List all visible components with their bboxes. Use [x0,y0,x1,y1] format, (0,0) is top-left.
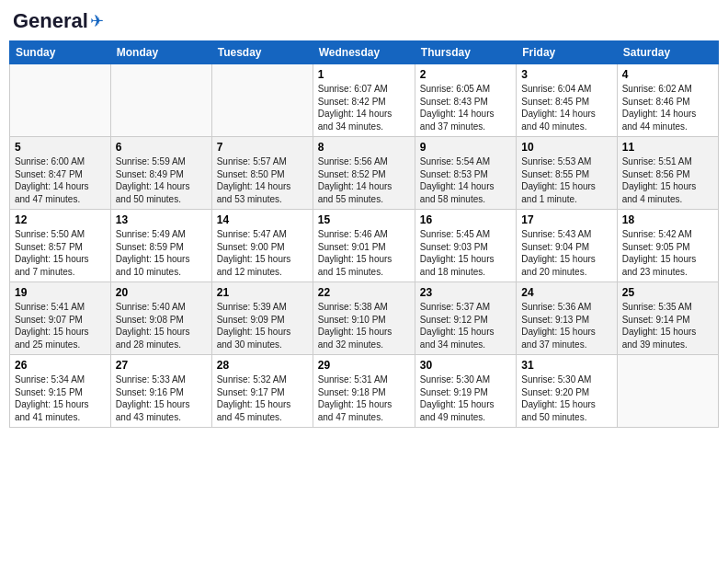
calendar-week-1: 1Sunrise: 6:07 AMSunset: 8:42 PMDaylight… [10,64,719,137]
calendar-cell: 25Sunrise: 5:35 AMSunset: 9:14 PMDayligh… [617,282,718,355]
day-info: Sunrise: 5:30 AMSunset: 9:19 PMDaylight:… [420,373,511,423]
calendar-cell [617,355,718,428]
day-info: Sunrise: 6:04 AMSunset: 8:45 PMDaylight:… [521,83,611,132]
calendar-cell [110,64,211,137]
day-number: 26 [15,359,106,372]
day-number: 13 [116,213,207,226]
calendar-cell: 17Sunrise: 5:43 AMSunset: 9:04 PMDayligh… [517,210,617,282]
day-number: 6 [116,141,207,154]
day-info: Sunrise: 5:34 AMSunset: 9:15 PMDaylight:… [15,373,106,423]
calendar-week-2: 5Sunrise: 6:00 AMSunset: 8:47 PMDaylight… [10,137,719,210]
day-info: Sunrise: 5:56 AMSunset: 8:52 PMDaylight:… [318,155,410,205]
day-number: 21 [217,286,308,299]
day-number: 8 [318,141,410,154]
day-number: 5 [15,141,106,154]
day-number: 17 [521,213,611,226]
calendar-cell: 23Sunrise: 5:37 AMSunset: 9:12 PMDayligh… [415,282,516,355]
calendar-cell: 24Sunrise: 5:36 AMSunset: 9:13 PMDayligh… [517,282,617,355]
day-info: Sunrise: 5:33 AMSunset: 9:16 PMDaylight:… [116,373,207,423]
day-number: 18 [622,213,713,226]
calendar-cell: 27Sunrise: 5:33 AMSunset: 9:16 PMDayligh… [110,355,211,428]
calendar-cell: 16Sunrise: 5:45 AMSunset: 9:03 PMDayligh… [415,210,516,282]
day-info: Sunrise: 6:07 AMSunset: 8:42 PMDaylight:… [318,83,410,132]
calendar-cell: 26Sunrise: 5:34 AMSunset: 9:15 PMDayligh… [10,355,111,428]
calendar-week-3: 12Sunrise: 5:50 AMSunset: 8:57 PMDayligh… [10,210,719,282]
day-info: Sunrise: 5:43 AMSunset: 9:04 PMDaylight:… [521,228,611,278]
day-number: 23 [420,286,511,299]
day-info: Sunrise: 5:57 AMSunset: 8:50 PMDaylight:… [217,155,308,205]
calendar-week-4: 19Sunrise: 5:41 AMSunset: 9:07 PMDayligh… [10,282,719,355]
day-number: 29 [318,359,410,372]
day-info: Sunrise: 5:49 AMSunset: 8:59 PMDaylight:… [116,228,207,278]
calendar-cell: 6Sunrise: 5:59 AMSunset: 8:49 PMDaylight… [110,137,211,210]
day-number: 9 [420,141,511,154]
calendar-cell: 8Sunrise: 5:56 AMSunset: 8:52 PMDaylight… [313,137,415,210]
calendar-week-5: 26Sunrise: 5:34 AMSunset: 9:15 PMDayligh… [10,355,719,428]
calendar-cell: 14Sunrise: 5:47 AMSunset: 9:00 PMDayligh… [211,210,313,282]
calendar-cell: 20Sunrise: 5:40 AMSunset: 9:08 PMDayligh… [110,282,211,355]
calendar-cell: 11Sunrise: 5:51 AMSunset: 8:56 PMDayligh… [617,137,718,210]
calendar-cell: 30Sunrise: 5:30 AMSunset: 9:19 PMDayligh… [415,355,516,428]
day-info: Sunrise: 5:41 AMSunset: 9:07 PMDaylight:… [15,301,106,350]
logo-general: General [13,9,88,33]
day-number: 14 [217,213,308,226]
calendar-cell: 3Sunrise: 6:04 AMSunset: 8:45 PMDaylight… [517,64,617,137]
calendar-cell: 12Sunrise: 5:50 AMSunset: 8:57 PMDayligh… [10,210,111,282]
day-number: 11 [622,141,713,154]
calendar-cell: 9Sunrise: 5:54 AMSunset: 8:53 PMDaylight… [415,137,516,210]
day-info: Sunrise: 5:36 AMSunset: 9:13 PMDaylight:… [521,301,611,350]
calendar-cell: 2Sunrise: 6:05 AMSunset: 8:43 PMDaylight… [415,64,516,137]
day-info: Sunrise: 5:37 AMSunset: 9:12 PMDaylight:… [420,301,511,350]
day-info: Sunrise: 5:54 AMSunset: 8:53 PMDaylight:… [420,155,511,205]
logo: General ✈ [13,9,104,33]
day-info: Sunrise: 5:50 AMSunset: 8:57 PMDaylight:… [15,228,106,278]
weekday-header-wednesday: Wednesday [313,41,415,64]
day-number: 27 [116,359,207,372]
day-info: Sunrise: 5:59 AMSunset: 8:49 PMDaylight:… [116,155,207,205]
day-number: 3 [521,68,611,81]
weekday-header-tuesday: Tuesday [211,41,313,64]
day-info: Sunrise: 5:51 AMSunset: 8:56 PMDaylight:… [622,155,713,205]
day-info: Sunrise: 6:00 AMSunset: 8:47 PMDaylight:… [15,155,106,205]
day-number: 15 [318,213,410,226]
weekday-header-saturday: Saturday [617,41,718,64]
page-header: General ✈ [9,9,719,33]
day-info: Sunrise: 5:42 AMSunset: 9:05 PMDaylight:… [622,228,713,278]
day-number: 16 [420,213,511,226]
day-number: 31 [521,359,611,372]
day-number: 4 [622,68,713,81]
day-info: Sunrise: 5:32 AMSunset: 9:17 PMDaylight:… [217,373,308,423]
calendar-cell: 1Sunrise: 6:07 AMSunset: 8:42 PMDaylight… [313,64,415,137]
calendar-cell: 29Sunrise: 5:31 AMSunset: 9:18 PMDayligh… [313,355,415,428]
day-number: 20 [116,286,207,299]
calendar-cell [211,64,313,137]
day-number: 12 [15,213,106,226]
weekday-header-row: SundayMondayTuesdayWednesdayThursdayFrid… [10,41,719,64]
day-info: Sunrise: 6:02 AMSunset: 8:46 PMDaylight:… [622,83,713,132]
calendar-cell [10,64,111,137]
day-info: Sunrise: 5:40 AMSunset: 9:08 PMDaylight:… [116,301,207,350]
day-info: Sunrise: 5:47 AMSunset: 9:00 PMDaylight:… [217,228,308,278]
day-number: 22 [318,286,410,299]
day-info: Sunrise: 5:30 AMSunset: 9:20 PMDaylight:… [521,373,611,423]
weekday-header-thursday: Thursday [415,41,516,64]
day-number: 7 [217,141,308,154]
day-info: Sunrise: 5:35 AMSunset: 9:14 PMDaylight:… [622,301,713,350]
day-info: Sunrise: 6:05 AMSunset: 8:43 PMDaylight:… [420,83,511,132]
weekday-header-sunday: Sunday [10,41,111,64]
weekday-header-friday: Friday [517,41,617,64]
day-number: 30 [420,359,511,372]
calendar-cell: 31Sunrise: 5:30 AMSunset: 9:20 PMDayligh… [517,355,617,428]
day-info: Sunrise: 5:53 AMSunset: 8:55 PMDaylight:… [521,155,611,205]
calendar-cell: 19Sunrise: 5:41 AMSunset: 9:07 PMDayligh… [10,282,111,355]
calendar-cell: 15Sunrise: 5:46 AMSunset: 9:01 PMDayligh… [313,210,415,282]
calendar-cell: 18Sunrise: 5:42 AMSunset: 9:05 PMDayligh… [617,210,718,282]
calendar-table: SundayMondayTuesdayWednesdayThursdayFrid… [9,40,719,428]
day-info: Sunrise: 5:46 AMSunset: 9:01 PMDaylight:… [318,228,410,278]
calendar-cell: 22Sunrise: 5:38 AMSunset: 9:10 PMDayligh… [313,282,415,355]
calendar-cell: 10Sunrise: 5:53 AMSunset: 8:55 PMDayligh… [517,137,617,210]
day-number: 1 [318,68,410,81]
day-number: 2 [420,68,511,81]
calendar-cell: 21Sunrise: 5:39 AMSunset: 9:09 PMDayligh… [211,282,313,355]
calendar-cell: 13Sunrise: 5:49 AMSunset: 8:59 PMDayligh… [110,210,211,282]
